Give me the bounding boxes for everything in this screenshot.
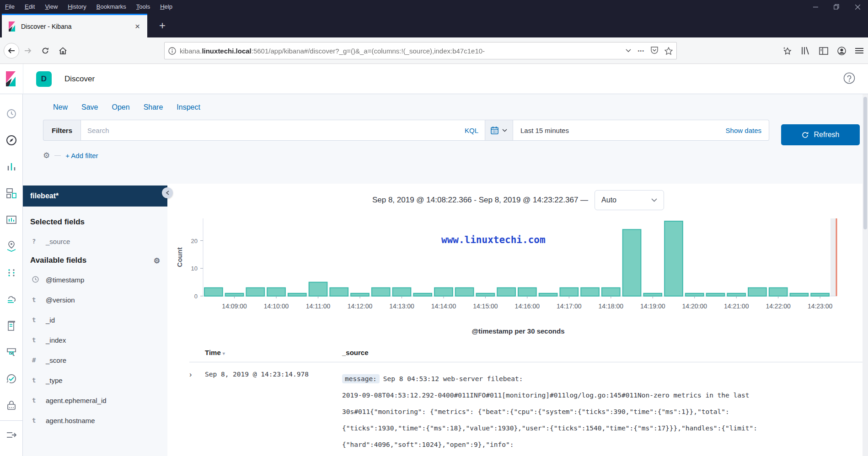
query-bar: Filters Search KQL Last 15 minutes Show … xyxy=(43,120,769,141)
dashboard-app-icon[interactable] xyxy=(0,180,23,207)
field-item-source[interactable]: ? _source xyxy=(30,231,160,251)
tab-close-icon[interactable]: × xyxy=(132,21,143,32)
filters-button[interactable]: Filters xyxy=(43,120,80,141)
filter-gear-icon[interactable]: ⚙ xyxy=(43,151,50,160)
site-info-icon[interactable] xyxy=(168,47,176,55)
url-bar[interactable]: kibana.linuxtechi.local:5601/app/kibana#… xyxy=(164,42,677,59)
page-actions-icon[interactable]: ••• xyxy=(638,48,644,53)
visualize-app-icon[interactable] xyxy=(0,154,23,180)
security-lock-icon[interactable] xyxy=(0,392,23,419)
kql-toggle[interactable]: KQL xyxy=(465,127,478,134)
svg-text:14:16:00: 14:16:00 xyxy=(515,302,540,310)
fields-sidebar: filebeat* Selected fields ? _source Avai… xyxy=(23,184,167,456)
logs-app-icon[interactable] xyxy=(0,286,23,313)
interval-select[interactable]: Auto xyxy=(595,190,664,210)
field-item-agent-hostname[interactable]: t agent.hostname xyxy=(30,410,160,430)
menu-history[interactable]: History xyxy=(63,0,91,14)
svg-text:14:19:00: 14:19:00 xyxy=(640,302,665,310)
page-scrollbar[interactable] xyxy=(863,94,868,456)
collapse-sidebar-icon[interactable] xyxy=(162,187,173,198)
back-button[interactable] xyxy=(4,43,19,58)
sort-caret-icon: ▾ xyxy=(223,351,225,356)
field-settings-gear-icon[interactable]: ⚙ xyxy=(154,256,160,265)
field-item-timestamp[interactable]: @timestamp xyxy=(30,270,160,290)
time-column-header[interactable]: Time▾ xyxy=(205,349,342,356)
field-item-id[interactable]: t _id xyxy=(30,310,160,330)
recently-viewed-icon[interactable] xyxy=(0,101,23,127)
discover-app-icon[interactable] xyxy=(0,127,23,154)
field-item-score[interactable]: # _score xyxy=(30,350,160,370)
canvas-app-icon[interactable] xyxy=(0,207,23,233)
account-icon[interactable] xyxy=(837,47,846,55)
svg-text:0: 0 xyxy=(194,293,198,300)
window-restore-icon[interactable] xyxy=(826,0,847,14)
sidebars-icon[interactable] xyxy=(819,47,828,55)
menu-hamburger-icon[interactable] xyxy=(855,48,863,54)
home-button[interactable] xyxy=(54,42,71,59)
new-tab-button[interactable]: + xyxy=(155,18,170,33)
number-type-icon: # xyxy=(32,356,46,364)
field-item-index[interactable]: t _index xyxy=(30,330,160,350)
maps-app-icon[interactable] xyxy=(0,233,23,260)
open-link[interactable]: Open xyxy=(112,103,129,111)
add-filter-link[interactable]: + Add filter xyxy=(65,152,98,159)
index-pattern-select[interactable]: filebeat* xyxy=(23,186,167,207)
forward-button[interactable] xyxy=(19,42,37,59)
tab-discover-kibana[interactable]: Discover - Kibana × xyxy=(2,14,147,37)
menu-bookmarks[interactable]: Bookmarks xyxy=(91,0,131,14)
ml-app-icon[interactable] xyxy=(0,260,23,286)
pocket-icon[interactable] xyxy=(651,47,658,55)
inspect-link[interactable]: Inspect xyxy=(177,103,200,111)
menu-file[interactable]: File xyxy=(0,0,20,14)
search-input[interactable]: Search KQL xyxy=(80,120,485,141)
menu-tools[interactable]: Tools xyxy=(131,0,155,14)
help-icon[interactable] xyxy=(843,72,855,86)
space-badge[interactable]: D xyxy=(36,71,52,87)
histogram-chart[interactable]: 0102014:09:0014:10:0014:11:0014:12:0014:… xyxy=(174,215,863,326)
svg-text:14:12:00: 14:12:00 xyxy=(348,302,373,310)
menu-edit[interactable]: Edit xyxy=(20,0,40,14)
reload-button[interactable] xyxy=(37,42,54,59)
window-close-icon[interactable] xyxy=(847,0,868,14)
message-field-badge: message: xyxy=(342,374,380,383)
bookmark-star-icon[interactable] xyxy=(664,47,673,55)
browser-navbar: kibana.linuxtechi.local:5601/app/kibana#… xyxy=(0,37,868,64)
svg-text:14:15:00: 14:15:00 xyxy=(473,302,498,310)
kibana-body: New Save Open Share Inspect Filters Sear… xyxy=(23,94,868,456)
discover-main-panel: Sep 8, 2019 @ 14:08:22.366 - Sep 8, 2019… xyxy=(167,184,863,456)
uptime-app-icon[interactable] xyxy=(0,313,23,339)
siem-app-icon[interactable] xyxy=(0,339,23,366)
share-link[interactable]: Share xyxy=(144,103,163,111)
window-minimize-icon[interactable] xyxy=(805,0,826,14)
show-dates-link[interactable]: Show dates xyxy=(726,127,761,134)
header-divider xyxy=(23,64,23,94)
datepicker-quick-button[interactable] xyxy=(485,120,513,141)
svg-text:14:22:00: 14:22:00 xyxy=(766,302,791,310)
kibana-logo[interactable] xyxy=(0,71,23,86)
kibana-favicon xyxy=(8,21,16,32)
top-toolbar-strip: New Save Open Share Inspect Filters Sear… xyxy=(23,94,868,163)
library-icon[interactable] xyxy=(801,47,810,55)
scrollbar-thumb[interactable] xyxy=(863,97,867,229)
dev-tools-app-icon[interactable] xyxy=(0,366,23,392)
menu-view[interactable]: View xyxy=(40,0,63,14)
refresh-button[interactable]: Refresh xyxy=(781,124,860,145)
field-item-agent-ephemeral-id[interactable]: t agent.ephemeral_id xyxy=(30,390,160,410)
table-row: › Sep 8, 2019 @ 14:23:14.978 message:Sep… xyxy=(189,362,863,453)
save-link[interactable]: Save xyxy=(81,103,98,111)
svg-text:14:11:00: 14:11:00 xyxy=(306,302,331,310)
expand-row-icon[interactable]: › xyxy=(189,371,205,453)
discover-content: filebeat* Selected fields ? _source Avai… xyxy=(23,184,863,456)
field-item-type[interactable]: t _type xyxy=(30,370,160,390)
time-range-input[interactable]: Last 15 minutes Show dates xyxy=(513,120,769,141)
url-dropdown-chevron-icon[interactable] xyxy=(626,49,631,53)
menu-help[interactable]: Help xyxy=(155,0,177,14)
new-link[interactable]: New xyxy=(53,103,68,111)
histogram-header: Sep 8, 2019 @ 14:08:22.366 - Sep 8, 2019… xyxy=(174,190,863,210)
browser-tabbar: Discover - Kibana × + xyxy=(0,14,868,37)
star-sparkle-icon[interactable] xyxy=(783,47,792,55)
field-item-version[interactable]: t @version xyxy=(30,290,160,310)
collapse-nav-icon[interactable] xyxy=(0,420,23,447)
svg-text:14:09:00: 14:09:00 xyxy=(222,302,247,310)
row-source-cell: message:Sep 8 04:53:12 web-server filebe… xyxy=(342,371,863,453)
